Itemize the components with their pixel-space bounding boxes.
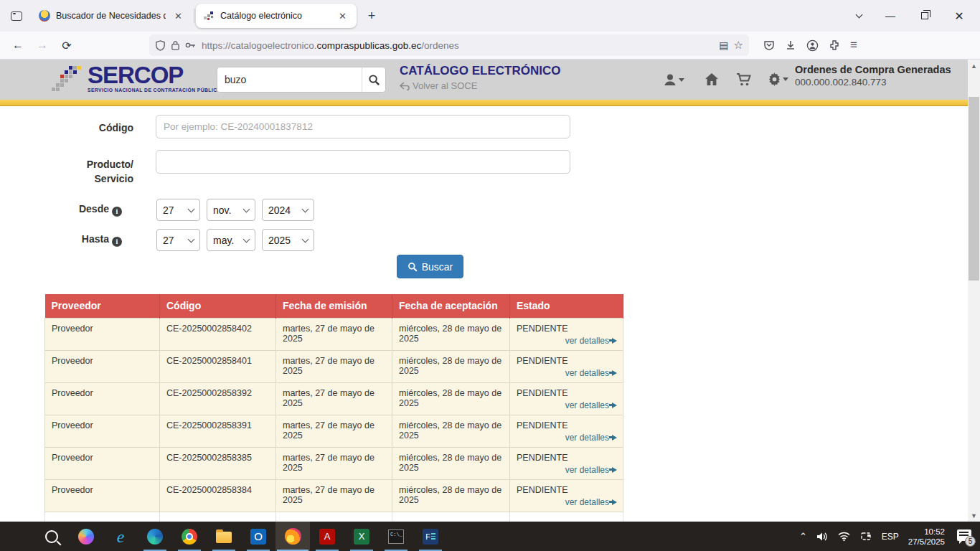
- cell-estado: PENDIENTE ver detalles: [510, 382, 623, 415]
- remote-session-icon[interactable]: [859, 532, 872, 542]
- chrome-icon[interactable]: [172, 522, 207, 551]
- firefox-icon[interactable]: [275, 522, 310, 551]
- cell-estado: PENDIENTE ver detalles: [510, 479, 623, 512]
- ver-detalles-link[interactable]: ver detalles: [565, 497, 617, 507]
- edge-icon[interactable]: [138, 522, 172, 551]
- ver-detalles-link[interactable]: ver detalles: [565, 465, 617, 475]
- page-content: SERCOP SERVICIO NACIONAL DE CONTRATACIÓN…: [0, 60, 980, 522]
- extensions-icon[interactable]: [829, 39, 840, 51]
- info-icon[interactable]: i: [112, 237, 122, 247]
- pocket-icon[interactable]: [763, 39, 775, 51]
- list-tabs-chevron-icon[interactable]: [841, 4, 871, 27]
- cell-codigo: CE-20250002858385: [160, 447, 276, 479]
- cell-aceptacion: miércoles, 28 de mayo de 2025: [392, 318, 510, 350]
- hasta-month-select[interactable]: may.: [207, 229, 255, 251]
- reload-icon[interactable]: ⟳: [56, 35, 77, 55]
- menu-hamburger-icon[interactable]: ≡: [850, 38, 857, 52]
- outlook-icon[interactable]: O: [241, 522, 275, 551]
- cell-codigo: CE-20250002858402: [160, 318, 276, 350]
- ver-detalles-link[interactable]: ver detalles: [565, 400, 617, 410]
- scroll-down-icon[interactable]: ▼: [968, 509, 980, 522]
- ver-detalles-link[interactable]: ver detalles: [565, 433, 617, 443]
- header-search-input[interactable]: [217, 74, 362, 85]
- hasta-day-select[interactable]: 27: [156, 229, 200, 251]
- producto-servicio-input[interactable]: [156, 150, 570, 174]
- taskbar-search-icon[interactable]: [34, 522, 69, 551]
- cart-button[interactable]: [736, 72, 752, 87]
- home-button[interactable]: [705, 72, 719, 86]
- acrobat-icon[interactable]: A: [310, 522, 344, 551]
- header-page-label: Ordenes de Compra Generadas: [795, 64, 956, 75]
- notifications-button[interactable]: 5: [954, 529, 973, 545]
- buscar-button[interactable]: Buscar: [397, 255, 463, 278]
- hasta-year-select[interactable]: 2025: [262, 229, 314, 251]
- cell-proveedor: Proveedor: [45, 415, 160, 447]
- taskbar-clock[interactable]: 10:52 27/5/2025: [908, 527, 945, 547]
- url-bar[interactable]: https://catalogoelectronico.compraspubli…: [149, 34, 749, 56]
- url-text[interactable]: https://catalogoelectronico.compraspubli…: [202, 40, 714, 51]
- settings-menu[interactable]: [768, 72, 788, 86]
- cell-proveedor: Proveedor: [45, 350, 160, 382]
- cell-aceptacion: miércoles, 28 de mayo de 2025: [392, 415, 510, 447]
- scroll-up-icon[interactable]: ▲: [968, 60, 980, 72]
- info-icon[interactable]: i: [112, 207, 122, 217]
- codigo-input[interactable]: [156, 115, 570, 138]
- copilot-icon[interactable]: [69, 522, 103, 551]
- downloads-icon[interactable]: [785, 39, 796, 51]
- search-icon: [368, 74, 380, 86]
- volver-al-soce-link[interactable]: Volver al SOCE: [400, 80, 560, 91]
- tray-chevron-up-icon[interactable]: ⌃: [799, 531, 807, 542]
- cell-codigo: CE-20250002858391: [160, 415, 276, 447]
- tab-buscador-necesidades[interactable]: Buscador de Necesidades de Co ✕: [32, 4, 192, 28]
- forward-icon[interactable]: →: [32, 35, 53, 55]
- cell-codigo: CE-20250002858392: [160, 382, 276, 415]
- tab-close-icon[interactable]: ✕: [171, 9, 185, 23]
- wifi-icon[interactable]: [838, 532, 850, 541]
- start-button[interactable]: [0, 522, 34, 551]
- desde-month-select[interactable]: nov.: [207, 199, 255, 221]
- excel-icon[interactable]: X: [344, 522, 379, 551]
- tab-title: Buscador de Necesidades de Co: [56, 11, 166, 21]
- home-icon: [705, 72, 719, 86]
- tracking-shield-icon[interactable]: [155, 40, 166, 51]
- key-permission-icon[interactable]: [185, 42, 197, 49]
- tab-catalogo-electronico[interactable]: Catálogo electrónico ✕: [196, 4, 357, 28]
- browser-toolbar: ← → ⟳ https://catalogoelectronico.compra…: [0, 32, 980, 60]
- volume-icon[interactable]: [816, 532, 829, 542]
- logo-name: SERCOP: [88, 63, 221, 88]
- back-icon[interactable]: ←: [7, 35, 29, 55]
- ver-detalles-link[interactable]: ver detalles: [565, 368, 617, 378]
- col-codigo: Código: [160, 294, 276, 318]
- codigo-label: Código: [40, 122, 133, 133]
- tab-close-icon[interactable]: ✕: [336, 9, 349, 23]
- language-indicator[interactable]: ESP: [882, 532, 899, 542]
- lock-icon[interactable]: [171, 40, 180, 50]
- ver-detalles-link[interactable]: ver detalles: [565, 336, 617, 346]
- tab-separator: [194, 9, 194, 23]
- new-tab-button[interactable]: +: [361, 5, 382, 27]
- chevron-down-icon: [302, 205, 309, 212]
- file-explorer-icon[interactable]: [207, 522, 241, 551]
- vertical-scrollbar[interactable]: ▲ ▼: [968, 60, 980, 522]
- f-app-icon[interactable]: F: [413, 522, 448, 551]
- scrollbar-thumb[interactable]: [969, 97, 979, 281]
- minimize-button[interactable]: —: [875, 4, 905, 27]
- header-search-button[interactable]: [362, 67, 385, 92]
- user-menu[interactable]: [663, 72, 684, 87]
- desde-year-select[interactable]: 2024: [262, 199, 314, 221]
- bookmark-star-icon[interactable]: ☆: [734, 39, 743, 52]
- internet-explorer-icon[interactable]: e: [103, 522, 138, 551]
- desde-day-select[interactable]: 27: [156, 199, 200, 221]
- page-title: CATÁLOGO ELECTRÓNICO: [400, 64, 560, 78]
- terminal-icon[interactable]: C:\_: [379, 522, 413, 551]
- cell-aceptacion: miércoles, 28 de mayo de 2025: [392, 382, 510, 415]
- restore-button[interactable]: [910, 4, 940, 27]
- firefox-view-icon[interactable]: [6, 5, 27, 27]
- reader-mode-icon[interactable]: ▤: [719, 39, 728, 51]
- col-fecha-aceptacion: Fecha de aceptación: [392, 294, 510, 318]
- account-icon[interactable]: [806, 39, 819, 52]
- close-button[interactable]: ✕: [944, 4, 974, 27]
- cell-emision: martes, 27 de mayo de 2025: [276, 318, 392, 350]
- cell-emision: martes, 27 de mayo de 2025: [276, 382, 392, 415]
- sercop-logo[interactable]: SERCOP SERVICIO NACIONAL DE CONTRATACIÓN…: [50, 63, 221, 96]
